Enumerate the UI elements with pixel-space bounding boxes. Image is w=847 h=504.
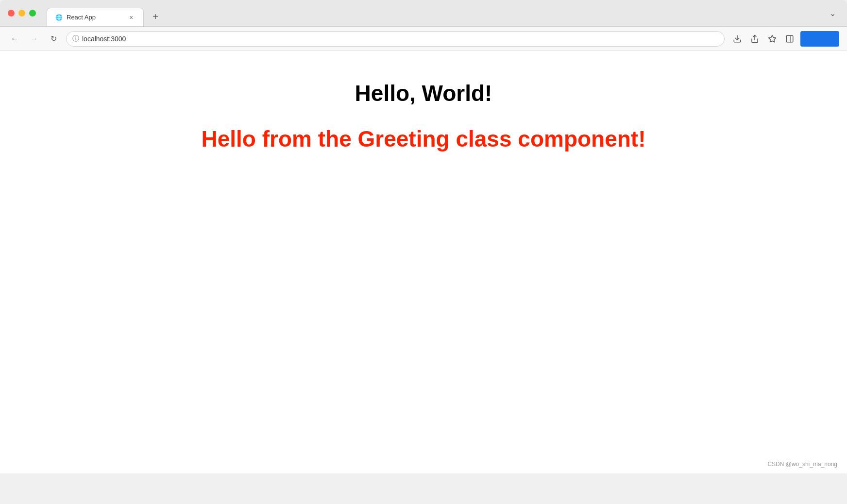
watermark: CSDN @wo_shi_ma_nong — [767, 461, 837, 468]
tab-favicon-icon: 🌐 — [55, 14, 63, 21]
share-icon — [750, 34, 759, 43]
reload-button[interactable]: ↻ — [47, 32, 60, 46]
sidebar-icon — [785, 34, 794, 43]
tab-title: React App — [67, 14, 123, 21]
active-tab[interactable]: 🌐 React App × — [47, 8, 144, 26]
page-content: Hello, World! Hello from the Greeting cl… — [0, 51, 847, 473]
sidebar-button[interactable] — [783, 32, 796, 46]
back-icon: ← — [11, 34, 18, 43]
greeting-text: Hello from the Greeting class component! — [201, 126, 645, 152]
reload-icon: ↻ — [51, 34, 57, 43]
bookmark-button[interactable] — [765, 32, 779, 46]
title-bar: 🌐 React App × + ⌄ — [0, 0, 847, 27]
bookmark-icon — [768, 34, 777, 43]
address-bar: ← → ↻ ⓘ — [0, 27, 847, 51]
minimize-window-button[interactable] — [18, 10, 25, 17]
svg-rect-3 — [786, 35, 793, 42]
info-icon[interactable]: ⓘ — [72, 34, 79, 43]
address-input[interactable] — [82, 35, 718, 43]
address-bar-wrapper: ⓘ — [66, 31, 725, 47]
tabs-area: 🌐 React App × + — [42, 0, 820, 26]
new-tab-button[interactable]: + — [148, 9, 163, 24]
forward-icon: → — [30, 34, 38, 43]
forward-button[interactable]: → — [27, 32, 41, 46]
tab-close-button[interactable]: × — [127, 13, 136, 22]
svg-marker-2 — [769, 35, 776, 42]
close-window-button[interactable] — [8, 10, 15, 17]
tab-list-button[interactable]: ⌄ — [826, 6, 839, 20]
profile-button[interactable] — [800, 31, 839, 47]
download-button[interactable] — [730, 32, 744, 46]
maximize-window-button[interactable] — [29, 10, 36, 17]
share-button[interactable] — [748, 32, 762, 46]
main-heading: Hello, World! — [355, 80, 492, 106]
browser-window: 🌐 React App × + ⌄ ← → ↻ ⓘ — [0, 0, 847, 504]
back-button[interactable]: ← — [8, 32, 21, 46]
traffic-lights — [8, 10, 36, 17]
toolbar-right — [730, 31, 839, 47]
download-icon — [733, 34, 742, 43]
